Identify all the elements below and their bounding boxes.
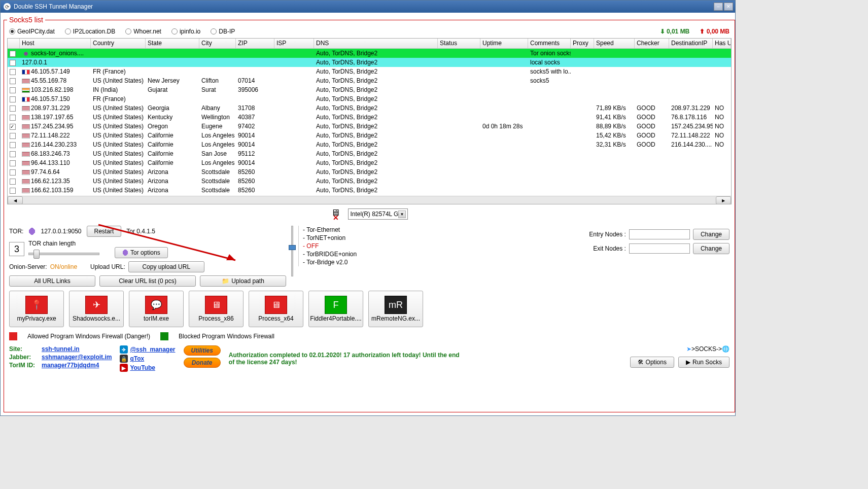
row-checkbox[interactable] — [10, 124, 16, 130]
traffic-down: ⬇ 0,01 MB — [660, 28, 690, 35]
table-row[interactable]: 46.105.57.149 FR (France) Auto, TorDNS, … — [8, 67, 731, 76]
table-row[interactable]: 103.216.82.198 IN (India)GujaratSurat 39… — [8, 85, 731, 94]
app-launcher[interactable]: 💬torIM.exe — [129, 291, 184, 327]
row-checkbox[interactable] — [10, 151, 16, 157]
entry-change-button[interactable]: Change — [693, 229, 730, 240]
donate-button[interactable]: Donate — [184, 358, 221, 368]
social-link[interactable]: ▶YouTube — [120, 364, 175, 372]
mode-tor-ethernet[interactable]: - Tor-Ethernet — [303, 226, 372, 234]
col-checker[interactable]: Checker — [635, 39, 669, 48]
tor-label: TOR: — [9, 228, 23, 235]
table-row[interactable]: 166.62.123.35 US (United States)ArizonaS… — [8, 177, 731, 186]
mode-tor-bridge-v2[interactable]: - Tor-Bridge v2.0 — [303, 258, 372, 266]
mode-off[interactable]: - OFF — [303, 242, 372, 250]
col-host[interactable]: Host — [20, 39, 91, 48]
site-link[interactable]: ssh-tunnel.in — [42, 345, 112, 353]
flag-icon — [22, 179, 30, 184]
mode-torbridge-onion[interactable]: - TorBRIDGE+onion — [303, 250, 372, 258]
row-checkbox[interactable] — [10, 96, 16, 102]
table-row[interactable]: 97.74.6.64 US (United States)ArizonaScot… — [8, 167, 731, 177]
table-row[interactable]: 45.55.169.78 US (United States)New Jerse… — [8, 76, 731, 85]
col-dns[interactable]: DNS — [314, 39, 438, 48]
col-uptime[interactable]: Uptime — [480, 39, 528, 48]
app-launcher[interactable]: FFiddler4Portable.... — [308, 291, 363, 327]
app-launcher[interactable]: 🖥Process_x64 — [249, 291, 303, 327]
col-state[interactable]: State — [146, 39, 199, 48]
row-checkbox[interactable] — [10, 115, 16, 121]
row-checkbox[interactable] — [10, 106, 16, 112]
row-checkbox[interactable] — [10, 169, 16, 176]
table-row[interactable]: 138.197.197.65 US (United States)Kentuck… — [8, 113, 731, 122]
close-button[interactable]: ✕ — [724, 3, 733, 11]
row-checkbox[interactable] — [10, 69, 16, 75]
nic-dropdown[interactable]: Intel(R) 82574L G — [348, 208, 408, 220]
radio-whoer[interactable]: Whoer.net — [125, 28, 161, 35]
radio-ipinfo[interactable]: ipinfo.io — [171, 28, 200, 35]
utilities-button[interactable]: Utilities — [184, 345, 221, 356]
row-checkbox[interactable] — [10, 188, 16, 194]
clear-url-list-button[interactable]: Clear URL list (0 pcs) — [99, 275, 196, 287]
jabber-link[interactable]: sshmanager@exploit.im — [42, 354, 112, 361]
restart-button[interactable]: Restart — [87, 226, 122, 237]
table-row[interactable]: 96.44.133.110 US (United States)Californ… — [8, 158, 731, 167]
social-link[interactable]: 🔒qTox — [120, 355, 175, 363]
app-icon: ✈ — [85, 296, 108, 314]
chain-length-value[interactable]: 3 — [9, 242, 24, 256]
table-row[interactable]: 166.62.103.159 US (United States)Arizona… — [8, 186, 731, 195]
table-row[interactable]: 208.97.31.229 US (United States)GeorgiaA… — [8, 103, 731, 113]
copy-upload-url-button[interactable]: Copy upload URL — [128, 261, 204, 272]
row-checkbox[interactable] — [10, 142, 16, 148]
flag-icon — [22, 133, 30, 138]
torim-link[interactable]: manager77bjdqdm4 — [42, 362, 112, 369]
exit-change-button[interactable]: Change — [693, 243, 730, 254]
run-socks-button[interactable]: ▶ Run Socks — [678, 357, 730, 368]
h-scrollbar[interactable]: ◀ ▶ — [8, 196, 731, 204]
col-status[interactable]: Status — [438, 39, 480, 48]
app-launcher[interactable]: 📍myPrivacy.exe — [9, 291, 64, 327]
table-row[interactable]: socks-tor_onions.... Auto, TorDNS, Bridg… — [8, 49, 731, 58]
table-row[interactable]: 68.183.246.73 US (United States)Californ… — [8, 149, 731, 158]
mode-slider-track[interactable] — [291, 226, 293, 276]
options-button[interactable]: 🛠 Options — [630, 357, 674, 368]
table-row[interactable]: 216.144.230.233 US (United States)Califo… — [8, 140, 731, 149]
table-row[interactable]: 72.11.148.222 US (United States)Californ… — [8, 131, 731, 140]
table-row[interactable]: 157.245.234.95 US (United States)OregonE… — [8, 122, 731, 131]
row-checkbox[interactable] — [10, 179, 16, 185]
mode-slider-handle[interactable] — [289, 245, 296, 250]
row-checkbox[interactable] — [10, 133, 16, 139]
col-country[interactable]: Country — [91, 39, 146, 48]
radio-dbip[interactable]: DB-IP — [211, 28, 235, 35]
mode-tornet-onion[interactable]: - TorNET+onion — [303, 234, 372, 242]
chain-length-slider[interactable] — [28, 248, 99, 258]
scroll-right-icon[interactable]: ▶ — [716, 196, 731, 204]
row-checkbox[interactable] — [10, 87, 16, 93]
col-proxy[interactable]: Proxy — [571, 39, 594, 48]
scroll-left-icon[interactable]: ◀ — [8, 196, 23, 204]
app-launcher[interactable]: 🖥Process_x86 — [189, 291, 244, 327]
table-row[interactable]: 127.0.0.1 Auto, TorDNS, Bridge2 local so… — [8, 58, 731, 67]
col-isp[interactable]: ISP — [274, 39, 314, 48]
col-hasu[interactable]: Has U — [713, 39, 731, 48]
col-zip[interactable]: ZIP — [236, 39, 274, 48]
col-comments[interactable]: Comments — [528, 39, 571, 48]
col-city[interactable]: City — [199, 39, 236, 48]
row-checkbox[interactable] — [10, 78, 16, 84]
minimize-button[interactable]: – — [714, 3, 723, 11]
upload-path-button[interactable]: 📁 Upload path — [200, 275, 286, 287]
row-checkbox[interactable] — [10, 60, 16, 66]
radio-ip2location[interactable]: IP2Location.DB — [65, 28, 115, 35]
table-row[interactable]: 46.105.57.150 FR (France) Auto, TorDNS, … — [8, 94, 731, 103]
app-launcher[interactable]: mRmRemoteNG.ex... — [368, 291, 423, 327]
col-dest[interactable]: DestinationIP — [669, 39, 713, 48]
app-icon: mR — [385, 296, 407, 314]
all-url-links-button[interactable]: All URL Links — [9, 275, 95, 287]
social-link[interactable]: ✈@ssh_manager — [120, 345, 175, 354]
tor-options-button[interactable]: Tor options — [115, 247, 168, 258]
row-checkbox[interactable] — [10, 160, 16, 166]
entry-nodes-input[interactable] — [629, 229, 690, 239]
radio-geoipcity[interactable]: GeoIPCity.dat — [9, 28, 55, 35]
col-speed[interactable]: Speed — [594, 39, 635, 48]
row-checkbox[interactable] — [10, 51, 16, 57]
app-launcher[interactable]: ✈Shadowsocks.e... — [69, 291, 124, 327]
exit-nodes-input[interactable] — [629, 243, 690, 254]
